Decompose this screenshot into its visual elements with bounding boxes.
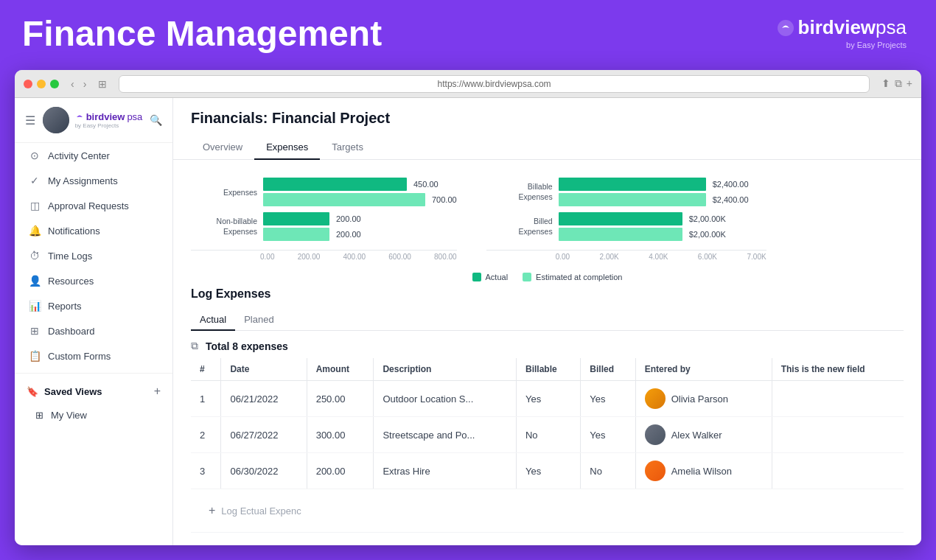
activity-center-icon: ⊙ [29, 150, 41, 161]
table-cell: 1 [191, 381, 221, 417]
hero-title: Finance Management [22, 13, 382, 54]
right-chart: BillableExpenses $2,400.00 $ [486, 172, 766, 261]
expenses-estimated-val: 700.00 [432, 195, 457, 204]
right-bar-chart: BillableExpenses $2,400.00 $ [486, 172, 766, 247]
hamburger-icon[interactable]: ☰ [25, 113, 35, 127]
notifications-label: Notifications [48, 225, 100, 237]
sidebar-item-approval-requests[interactable]: ◫Approval Requests [15, 193, 172, 218]
sidebar-item-notifications[interactable]: 🔔Notifications [15, 218, 172, 243]
maximize-button[interactable] [50, 80, 59, 88]
custom-forms-label: Custom Forms [48, 351, 111, 362]
legend-estimated-dot [523, 273, 531, 281]
sidebar-item-my-assignments[interactable]: ✓My Assignments [15, 168, 172, 193]
user-name: Amelia Wilson [671, 466, 732, 477]
table-cell: Streetscape and Po... [374, 417, 517, 453]
total-label: Total 8 expenses [206, 340, 288, 352]
expenses-estimated-bar [263, 193, 425, 206]
copy-icon[interactable]: ⧉ [191, 340, 198, 352]
traffic-lights [24, 80, 59, 88]
browser-window: ‹ › ⊞ https://www.birdviewpsa.com ⬆ ⧉ + … [15, 70, 921, 545]
entered-by-cell: Alex Walker [635, 417, 772, 453]
my-assignments-label: My Assignments [48, 175, 118, 186]
sidebar-item-resources[interactable]: 👤Resources [15, 268, 172, 293]
sidebar-toggle-icon[interactable]: ⊞ [98, 78, 107, 90]
birdview-small-logo: birdviewpsa by Easy Projects [75, 111, 143, 129]
user-avatar-img [43, 107, 69, 133]
tab-overview[interactable]: Overview [191, 136, 254, 160]
dashboard-label: Dashboard [48, 326, 95, 337]
page-tabs: OverviewExpensesTargets [191, 136, 904, 159]
notifications-icon: 🔔 [29, 225, 41, 237]
activity-center-label: Activity Center [48, 150, 110, 161]
sidebar-logo-sub: by Easy Projects [75, 122, 143, 129]
avatar [43, 107, 69, 133]
nonbillable-estimated-val: 200.00 [336, 230, 361, 239]
top-logo: birdviewpsa by Easy Projects [778, 16, 907, 49]
nav-arrows: ‹ › [68, 77, 89, 91]
add-saved-view-button[interactable]: + [154, 385, 161, 398]
table-cell: Yes [581, 381, 635, 417]
table-column-header: Billed [581, 358, 635, 381]
nonbillable-bar-1: 200.00 [263, 212, 361, 225]
new-tab-icon[interactable]: ⧉ [895, 77, 902, 90]
billable-bars: $2,400.00 $2,400.00 [559, 178, 749, 206]
table-cell: No [581, 453, 635, 489]
legend-estimated-label: Estimated at completion [536, 273, 622, 281]
billable-bar-2: $2,400.00 [559, 193, 749, 206]
saved-views-header[interactable]: 🔖 Saved Views + [15, 378, 172, 405]
expenses-bar-1: 450.00 [263, 178, 457, 191]
legend-actual-label: Actual [486, 273, 509, 281]
reports-label: Reports [48, 301, 82, 312]
minimize-button[interactable] [37, 80, 46, 88]
expenses-bar-2: 700.00 [263, 193, 457, 206]
forward-button[interactable]: › [80, 77, 90, 91]
sub-tab-actual[interactable]: Actual [191, 309, 235, 331]
add-expense-row[interactable]: +Log Ectual Expenc [191, 489, 904, 533]
svg-point-0 [778, 20, 794, 36]
tab-targets[interactable]: Targets [320, 136, 375, 160]
table-cell: Yes [516, 381, 580, 417]
billed-actual-val: $2,00.00K [689, 214, 726, 223]
reports-icon: 📊 [29, 300, 41, 312]
table-cell: Outdoor Location S... [374, 381, 517, 417]
sidebar-item-time-logs[interactable]: ⏱Time Logs [15, 243, 172, 268]
logo-text: birdviewpsa [798, 16, 907, 39]
url-bar[interactable]: https://www.birdviewpsa.com [119, 75, 869, 93]
nonbillable-estimated-bar [263, 228, 329, 241]
entered-by-cell: Amelia Wilson [635, 453, 772, 489]
dashboard-icon: ⊞ [29, 325, 41, 337]
grid-icon: ⊞ [35, 410, 43, 421]
table-cell: Extras Hire [374, 453, 517, 489]
resources-label: Resources [48, 276, 94, 287]
page-header: Financials: Financial Project OverviewEx… [173, 98, 921, 160]
tab-expenses[interactable]: Expenses [254, 136, 320, 160]
sidebar-header: ☰ birdviewpsa by Easy [15, 98, 172, 143]
back-button[interactable]: ‹ [68, 77, 77, 91]
sub-tabs: ActualPlaned [191, 309, 904, 331]
sub-tab-planned[interactable]: Planed [235, 309, 282, 331]
search-icon[interactable]: 🔍 [150, 114, 162, 126]
sidebar-item-dashboard[interactable]: ⊞Dashboard [15, 318, 172, 343]
sidebar-item-custom-forms[interactable]: 📋Custom Forms [15, 343, 172, 368]
sidebar-item-reports[interactable]: 📊Reports [15, 293, 172, 318]
sidebar-birdview-icon [75, 113, 84, 122]
user-avatar [645, 424, 666, 445]
table-cell: 06/30/2022 [221, 453, 307, 489]
left-bar-chart: Expenses 450.00 700.00 [191, 172, 457, 247]
table-column-header: # [191, 358, 221, 381]
table-cell: 250.00 [307, 381, 374, 417]
sidebar-item-my-view[interactable]: ⊞ My View [15, 405, 172, 426]
add-placeholder: Log Ectual Expenc [221, 505, 301, 517]
table-column-header: This is the new field [772, 358, 904, 381]
add-expense-cell[interactable]: +Log Ectual Expenc [191, 489, 904, 533]
nav-divider [15, 373, 172, 374]
sidebar-item-activity-center[interactable]: ⊙Activity Center [15, 143, 172, 168]
billed-label: BilledExpenses [486, 217, 553, 237]
table-row: 206/27/2022300.00Streetscape and Po...No… [191, 417, 904, 453]
share-icon[interactable]: ⬆ [881, 77, 890, 90]
plus-tab-icon[interactable]: + [907, 77, 912, 90]
table-cell: 2 [191, 417, 221, 453]
table-row: 106/21/2022250.00Outdoor Location S...Ye… [191, 381, 904, 417]
resources-icon: 👤 [29, 275, 41, 287]
close-button[interactable] [24, 80, 32, 88]
